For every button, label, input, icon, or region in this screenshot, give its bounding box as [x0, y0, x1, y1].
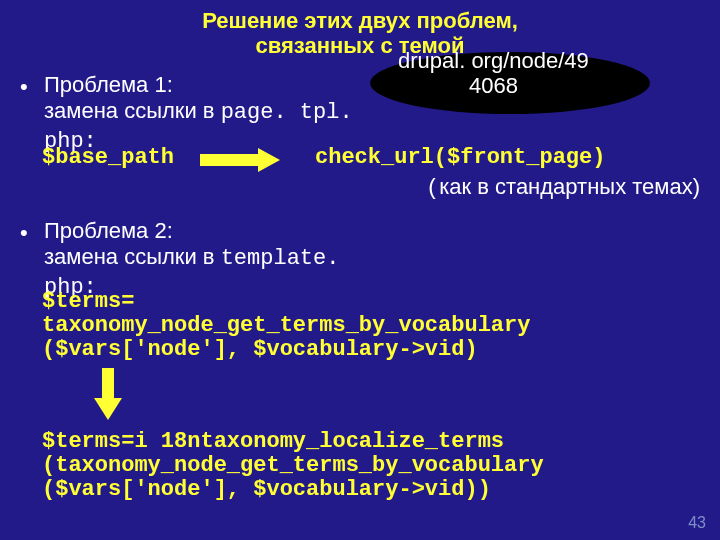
arrow-right-icon	[200, 150, 285, 170]
problem1-label: Проблема 1:	[44, 72, 173, 97]
note-paren: (	[426, 176, 439, 201]
callout-text: drupal. org/node/49 4068	[398, 48, 589, 99]
slide-title: Решение этих двух проблем, связанных с т…	[0, 8, 720, 59]
callout-line-2: 4068	[469, 73, 518, 98]
title-line-1: Решение этих двух проблем,	[202, 8, 518, 33]
codeblock-before: $terms= taxonomy_node_get_terms_by_vocab…	[42, 290, 530, 363]
bullet-dot-icon: •	[20, 74, 28, 100]
note-text: (как в стандартных темах)	[426, 174, 700, 201]
arrow-down-icon	[96, 368, 120, 423]
problem2-text: замена ссылки в	[44, 244, 221, 269]
code-check-url: check_url($front_page)	[315, 145, 605, 170]
bullet-dot-icon: •	[20, 220, 28, 246]
callout-line-1: drupal. org/node/49	[398, 48, 589, 73]
code-base-path: $base_path	[42, 145, 174, 170]
note-body: как в стандартных темах)	[439, 174, 700, 199]
page-number: 43	[688, 514, 706, 532]
problem2-label: Проблема 2:	[44, 218, 173, 243]
bullet-problem-1: • Проблема 1: замена ссылки в page. tpl.…	[44, 72, 404, 155]
codeblock-after: $terms=i 18ntaxonomy_localize_terms (tax…	[42, 430, 544, 503]
slide: Решение этих двух проблем, связанных с т…	[0, 0, 720, 540]
problem1-text: замена ссылки в	[44, 98, 221, 123]
